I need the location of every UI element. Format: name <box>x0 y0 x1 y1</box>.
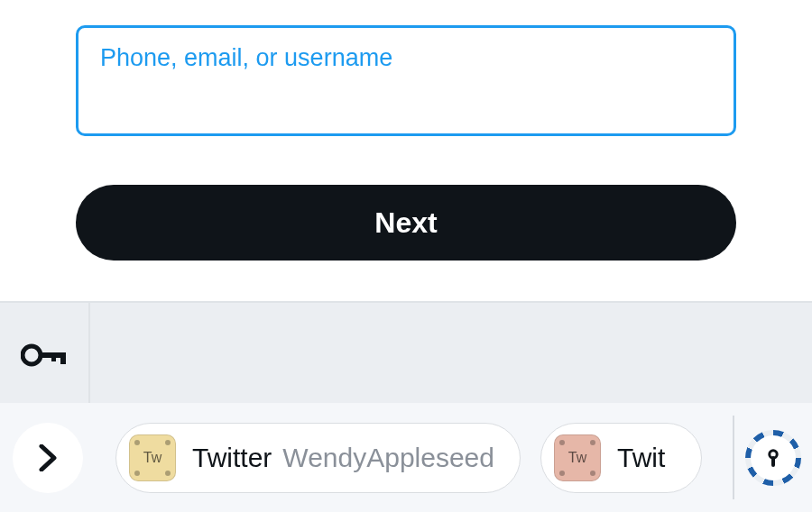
service-tile-text: Tw <box>143 450 161 466</box>
expand-suggestions-button[interactable] <box>13 423 83 493</box>
suggestion-service: Twitter <box>192 443 272 473</box>
identifier-label: Phone, email, or username <box>100 44 712 72</box>
password-manager-icon <box>751 435 796 480</box>
identifier-field-wrap[interactable]: Phone, email, or username <box>76 25 736 136</box>
suggestion-service: Twit <box>617 443 665 473</box>
next-button[interactable]: Next <box>76 185 736 261</box>
svg-rect-5 <box>771 456 775 467</box>
suggestion-account: WendyAppleseed <box>282 443 494 473</box>
autofill-suggestions: Tw Twitter WendyAppleseed Tw Twit <box>115 423 799 493</box>
login-form: Phone, email, or username Next <box>0 0 812 261</box>
keyboard-upper-row <box>0 303 812 407</box>
svg-rect-3 <box>51 352 56 361</box>
service-tile-text: Tw <box>568 450 586 466</box>
autofill-suggestion[interactable]: Tw Twitter WendyAppleseed <box>115 423 521 493</box>
key-icon <box>21 342 68 369</box>
svg-rect-2 <box>60 352 66 364</box>
service-tile-icon: Tw <box>129 434 176 481</box>
autofill-suggestion[interactable]: Tw Twit <box>540 423 702 493</box>
svg-point-0 <box>23 346 41 364</box>
identifier-input[interactable] <box>100 78 712 110</box>
autofill-suggestion-bar: Tw Twitter WendyAppleseed Tw Twit <box>0 403 812 512</box>
chevron-right-icon <box>38 444 58 471</box>
keyboard-divider <box>88 303 90 407</box>
suggestion-end-divider <box>733 416 734 499</box>
password-manager-button[interactable] <box>745 430 801 486</box>
password-key-button[interactable] <box>0 342 88 369</box>
keyboard-accessory: Tw Twitter WendyAppleseed Tw Twit <box>0 301 812 512</box>
service-tile-icon: Tw <box>554 434 601 481</box>
